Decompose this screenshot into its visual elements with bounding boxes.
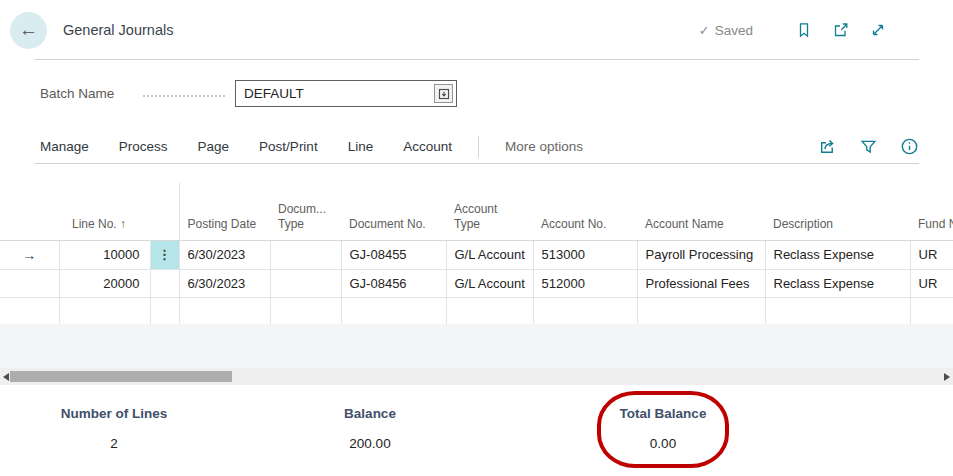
stat-label: Balance (290, 406, 450, 421)
cell-posting-date[interactable]: 6/30/2023 (179, 240, 270, 269)
save-status: ✓ Saved (699, 23, 753, 38)
cell-account-name[interactable]: Professional Fees (637, 269, 765, 297)
col-header-description[interactable]: Description (765, 183, 910, 240)
table-row: 20000 6/30/2023 GJ-08456 G/L Account 512… (0, 269, 953, 297)
menu-page[interactable]: Page (198, 139, 230, 154)
cell-document-type[interactable] (270, 240, 341, 269)
cell-account-type[interactable]: G/L Account (446, 240, 533, 269)
cell-fund-no[interactable] (910, 297, 953, 324)
cell-document-no[interactable] (341, 297, 446, 324)
back-arrow-icon: ← (19, 19, 38, 41)
titlebar: ← General Journals ✓ Saved (0, 0, 953, 60)
cell-description[interactable] (765, 297, 910, 324)
scroll-right-icon[interactable] (944, 373, 950, 381)
batch-name-label: Batch Name (40, 86, 133, 101)
stat-value: 2 (34, 436, 194, 451)
col-header-account-name[interactable]: Account Name (637, 183, 765, 240)
cell-row-menu[interactable] (150, 269, 179, 297)
stat-label: Total Balance (583, 406, 743, 421)
share-icon[interactable] (818, 137, 837, 156)
check-icon: ✓ (699, 23, 710, 38)
expand-icon[interactable] (869, 21, 887, 39)
journal-grid: Line No. ↑ Posting Date Docum... Type Do… (0, 183, 953, 324)
menu-account[interactable]: Account (403, 139, 452, 154)
scrollbar-thumb[interactable] (10, 371, 232, 382)
stat-number-of-lines: Number of Lines 2 (34, 385, 194, 451)
cell-document-no[interactable]: GJ-08455 (341, 240, 446, 269)
cell-fund-no[interactable]: UR (910, 269, 953, 297)
current-row-arrow-icon[interactable]: → (0, 240, 59, 269)
cell-document-type[interactable] (270, 297, 341, 324)
stat-balance: Balance 200.00 (290, 385, 450, 451)
col-header-posting-date[interactable]: Posting Date (179, 183, 270, 240)
cell-selector[interactable] (0, 297, 59, 324)
action-bar: Manage Process Page Post/Print Line Acco… (40, 130, 919, 163)
cell-account-name[interactable] (637, 297, 765, 324)
batch-name-input-wrap (235, 80, 457, 107)
col-header-account-type[interactable]: Account Type (446, 183, 533, 240)
titlebar-divider (34, 59, 919, 60)
menu-post-print[interactable]: Post/Print (259, 139, 318, 154)
cell-selector[interactable] (0, 269, 59, 297)
col-header-document-no[interactable]: Document No. (341, 183, 446, 240)
totals-footer: Number of Lines 2 Balance 200.00 Total B… (0, 385, 953, 476)
col-header-document-type[interactable]: Docum... Type (270, 183, 341, 240)
cell-description[interactable]: Reclass Expense (765, 269, 910, 297)
col-header-line-no[interactable]: Line No. ↑ (59, 183, 150, 240)
cell-account-type[interactable]: G/L Account (446, 269, 533, 297)
cell-line-no[interactable]: 10000 (59, 240, 150, 269)
cell-posting-date[interactable]: 6/30/2023 (179, 269, 270, 297)
menu-line[interactable]: Line (348, 139, 374, 154)
cell-account-no[interactable] (533, 297, 637, 324)
page-title: General Journals (63, 22, 173, 38)
cell-account-name[interactable]: Payroll Processing (637, 240, 765, 269)
open-in-window-icon[interactable] (832, 21, 850, 39)
cell-fund-no[interactable]: UR (910, 240, 953, 269)
lookup-icon[interactable] (434, 84, 453, 103)
scroll-left-icon[interactable] (3, 373, 9, 381)
titlebar-actions: ✓ Saved (699, 21, 887, 39)
table-row: → 10000 ⋮ 6/30/2023 GJ-08455 G/L Account… (0, 240, 953, 269)
cell-row-menu[interactable] (150, 297, 179, 324)
col-header-fund-no[interactable]: Fund N (910, 183, 953, 240)
col-header-account-no[interactable]: Account No. (533, 183, 637, 240)
horizontal-scrollbar[interactable] (0, 368, 953, 385)
col-header-row-menu (150, 183, 179, 240)
bookmark-icon[interactable] (795, 21, 813, 39)
stat-value: 200.00 (290, 436, 450, 451)
cell-line-no[interactable]: 20000 (59, 269, 150, 297)
cell-document-no[interactable]: GJ-08456 (341, 269, 446, 297)
cell-document-type[interactable] (270, 269, 341, 297)
info-icon[interactable] (900, 137, 919, 156)
cell-posting-date[interactable] (179, 297, 270, 324)
col-header-selector (0, 183, 59, 240)
stat-label: Number of Lines (34, 406, 194, 421)
stat-value: 0.00 (583, 436, 743, 451)
cell-account-no[interactable]: 513000 (533, 240, 637, 269)
menu-manage[interactable]: Manage (40, 139, 89, 154)
more-options[interactable]: More options (505, 139, 583, 154)
cell-line-no[interactable] (59, 297, 150, 324)
save-status-label: Saved (715, 23, 753, 38)
stat-total-balance: Total Balance 0.00 (583, 385, 743, 451)
menu-divider (478, 136, 479, 158)
table-row-empty (0, 297, 953, 324)
cell-description[interactable]: Reclass Expense (765, 240, 910, 269)
cell-account-no[interactable]: 512000 (533, 269, 637, 297)
dotted-leader (143, 85, 225, 97)
batch-name-field: Batch Name (40, 80, 457, 107)
cell-row-menu: ⋮ (150, 240, 179, 269)
menu-process[interactable]: Process (119, 139, 168, 154)
back-button[interactable]: ← (10, 12, 47, 49)
filter-icon[interactable] (859, 137, 878, 156)
menubar-divider (34, 163, 919, 164)
batch-name-input[interactable] (236, 86, 434, 101)
grid-footer-band (0, 324, 953, 368)
cell-account-type[interactable] (446, 297, 533, 324)
grid-header-row: Line No. ↑ Posting Date Docum... Type Do… (0, 183, 953, 240)
row-options-icon[interactable]: ⋮ (151, 241, 179, 269)
